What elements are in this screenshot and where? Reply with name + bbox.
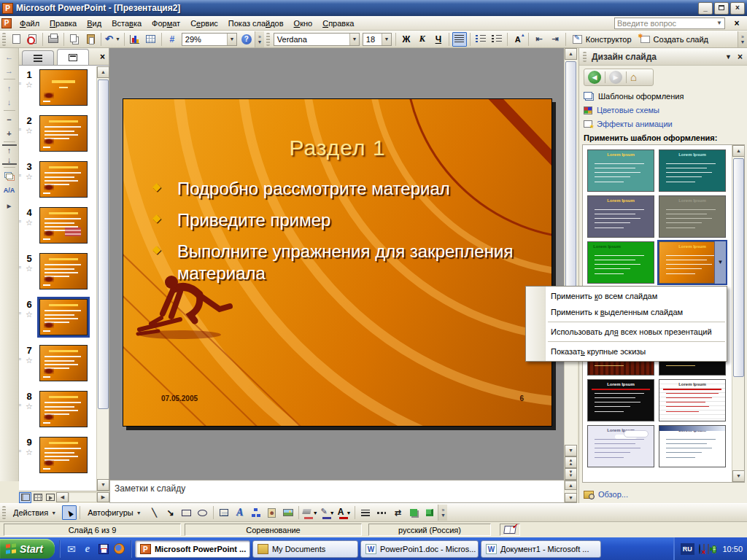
expand-all-button[interactable]: ↓ — [2, 155, 17, 165]
slide-thumbnail[interactable] — [39, 207, 88, 244]
align-left-button[interactable] — [452, 32, 467, 47]
animation-star-icon[interactable]: ☆ — [19, 218, 39, 228]
design-template-thumbnail[interactable]: Lorem Ipsum — [659, 425, 726, 467]
scroll-down-button[interactable]: ▼ — [732, 470, 745, 482]
font-name-combo[interactable]: Verdana ▼ — [274, 33, 360, 46]
promote-button[interactable]: ← — [2, 50, 17, 63]
toolbar-grip[interactable] — [2, 506, 6, 519]
line-color-button[interactable]: ✎▼ — [320, 505, 336, 520]
toolbar-options-button[interactable]: »▼ — [738, 31, 747, 47]
menu-правка[interactable]: Правка — [44, 18, 82, 29]
previous-slide-button[interactable]: ▲▲ — [565, 456, 577, 468]
task-pane-grip[interactable] — [583, 52, 587, 62]
design-template-thumbnail[interactable]: Lorem Ipsum — [587, 195, 654, 238]
select-objects-button[interactable]: ▲ — [62, 505, 77, 520]
toolbar-grip[interactable] — [266, 33, 270, 46]
italic-button[interactable]: К — [415, 32, 430, 47]
collapse-button[interactable]: − — [2, 113, 17, 125]
document-play-icon[interactable] — [708, 545, 709, 553]
text-box-button[interactable] — [217, 505, 231, 520]
horizontal-scrollbar[interactable] — [69, 492, 97, 502]
toolbar-options-button[interactable]: »▼ — [255, 31, 264, 47]
browse-link[interactable]: Обзор... — [584, 490, 628, 499]
taskbar-task-1[interactable]: PMicrosoft PowerPoint ... — [135, 540, 250, 558]
slide-body-text[interactable]: ◆Подробно рассмотрите материал◆Приведите… — [152, 178, 521, 294]
bold-button[interactable]: Ж — [399, 32, 414, 47]
scroll-left-button[interactable]: ◀ — [56, 492, 69, 502]
collapse-all-button[interactable]: ↑ — [2, 144, 17, 154]
context-menu-item-3[interactable]: Использовать для всех новых презентаций — [526, 324, 727, 340]
shadow-style-button[interactable] — [406, 505, 421, 520]
demote-button[interactable]: → — [2, 64, 17, 77]
autoshapes-menu-button[interactable]: Автофигуры▼ — [83, 505, 146, 520]
scroll-up-button[interactable]: ▲ — [732, 145, 745, 157]
design-template-thumbnail[interactable]: Lorem Ipsum — [587, 149, 654, 192]
oval-button[interactable] — [196, 505, 210, 520]
paste-button[interactable] — [83, 32, 98, 47]
back-button[interactable]: ◀ — [588, 71, 601, 84]
menu-сервис[interactable]: Сервис — [185, 18, 223, 29]
animation-star-icon[interactable]: ☆ — [19, 310, 39, 319]
menu-окно[interactable]: Окно — [289, 18, 318, 29]
scroll-right-button[interactable]: ▶ — [97, 492, 109, 502]
slide-thumbnail[interactable] — [39, 161, 88, 198]
tab-outline[interactable] — [22, 50, 54, 65]
tab-slides[interactable] — [57, 49, 89, 65]
template-dropdown-button[interactable]: ▼ — [714, 241, 726, 284]
slide-thumbnail[interactable] — [39, 437, 88, 473]
wordart-button[interactable]: A — [233, 505, 247, 520]
monitor-error-icon[interactable] — [703, 545, 705, 553]
animation-star-icon[interactable]: ☆ — [19, 80, 39, 90]
scroll-up-button[interactable]: ▲ — [565, 48, 577, 60]
slide-thumbnail[interactable] — [39, 299, 88, 335]
next-slide-button[interactable]: ▼▼ — [565, 468, 577, 480]
slide-design-button[interactable]: Конструктор — [569, 32, 635, 47]
increase-indent-button[interactable]: ⇥ — [548, 32, 562, 47]
scrollbar-thumb[interactable] — [565, 61, 576, 295]
slideshow-view-button[interactable] — [44, 492, 56, 503]
animation-star-icon[interactable]: ☆ — [19, 172, 39, 182]
design-template-thumbnail[interactable]: Lorem Ipsum — [659, 379, 726, 421]
picture-button[interactable] — [281, 505, 295, 520]
summary-slide-button[interactable] — [2, 170, 17, 182]
draw-menu-button[interactable]: Действия▼ — [9, 505, 61, 520]
taskbar-task-2[interactable]: My Documents — [252, 540, 358, 558]
design-template-thumbnail[interactable]: Lorem Ipsum — [659, 149, 726, 192]
floppy-quicklaunch-button[interactable] — [96, 541, 112, 557]
permission-button[interactable] — [25, 32, 39, 47]
slide-thumbnail[interactable] — [39, 391, 88, 427]
slide-thumbnail[interactable] — [39, 69, 88, 106]
underline-button[interactable]: Ч — [431, 32, 446, 47]
design-template-thumbnail[interactable]: Lorem Ipsum — [587, 379, 654, 421]
language-indicator[interactable]: RU — [681, 543, 694, 555]
toolbar-grip[interactable] — [2, 33, 6, 46]
animation-star-icon[interactable]: ☆ — [19, 126, 39, 136]
task-pane-link-2[interactable]: Цветовые схемы — [584, 106, 744, 114]
slides-scrollbar[interactable]: ▲ ▼ — [96, 66, 109, 491]
menu-показ-слайдов[interactable]: Показ слайдов — [223, 18, 289, 29]
arrow-style-button[interactable]: ⇄ — [390, 505, 405, 520]
3d-style-button[interactable] — [422, 505, 437, 520]
firefox-quicklaunch-button[interactable] — [112, 541, 128, 557]
menu-вид[interactable]: Вид — [82, 18, 107, 29]
font-size-combo[interactable]: 18 ▼ — [363, 33, 392, 46]
minimize-button[interactable]: _ — [698, 2, 713, 15]
design-template-thumbnail[interactable]: Lorem Ipsum — [587, 425, 654, 467]
insert-table-button[interactable] — [144, 32, 158, 47]
context-menu-item-1[interactable]: Применить ко всем слайдам — [526, 288, 727, 304]
clip-art-button[interactable]: ☻ — [265, 505, 279, 520]
undo-button[interactable]: ↶▼ — [104, 32, 121, 47]
document-close-button[interactable]: × — [731, 18, 743, 28]
ask-a-question-box[interactable]: Введите вопрос ▼ — [614, 18, 725, 29]
animation-star-icon[interactable]: ☆ — [19, 448, 39, 457]
show-grid-button[interactable]: # — [165, 32, 179, 47]
animation-star-icon[interactable]: ☆ — [19, 356, 39, 365]
move-up-button[interactable]: ↑ — [2, 82, 17, 94]
bulleted-list-button[interactable] — [489, 32, 504, 47]
zoom-combo[interactable]: 29% ▼ — [182, 33, 237, 46]
scroll-up-button[interactable]: ▲ — [97, 66, 109, 78]
pane-close-button[interactable]: × — [100, 52, 105, 62]
copy-button[interactable] — [67, 32, 82, 47]
context-menu-item-2[interactable]: Применить к выделенным слайдам — [526, 304, 727, 320]
taskbar-task-3[interactable]: WPowerPoin1.doc - Micros... — [360, 540, 479, 558]
